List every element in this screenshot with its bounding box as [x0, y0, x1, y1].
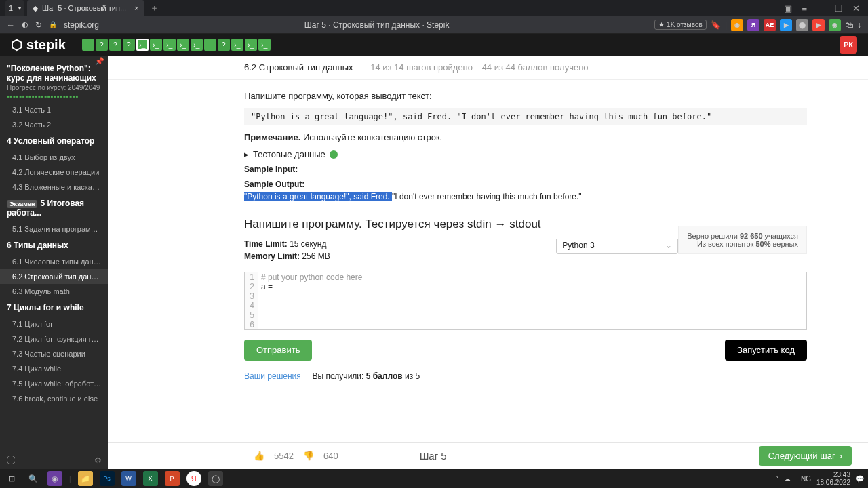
minimize-icon[interactable]: ― — [816, 3, 825, 14]
sidebar-item[interactable]: 7.2 Цикл for: функция range — [0, 331, 108, 346]
tray-chevron-icon[interactable]: ˄ — [775, 475, 778, 483]
step-tile[interactable]: ? — [218, 39, 230, 51]
stepik-logo[interactable]: ⬡ stepik — [11, 37, 66, 53]
step-tile[interactable]: ›_ — [231, 39, 243, 51]
logo-icon: ⬡ — [11, 37, 22, 53]
ext-icon-4[interactable]: ▶ — [780, 19, 792, 31]
thumbs-up-icon[interactable]: 👍 — [254, 451, 264, 461]
photoshop-icon[interactable]: Ps — [100, 471, 115, 486]
chevron-down-icon: ⌄ — [665, 241, 672, 250]
profile-avatar[interactable]: РК — [840, 36, 857, 54]
solve-stats: Верно решили 92 650 учащихся Из всех поп… — [678, 226, 807, 254]
tab-title: Шаг 5 · Строковый тип... — [42, 4, 126, 12]
progress-dots: ■■■■■■■■■■■■■■■■■■■■■■■ — [0, 94, 108, 102]
excel-icon[interactable]: X — [143, 471, 158, 486]
cart-icon[interactable]: 🛍 — [845, 20, 853, 30]
next-step-button[interactable]: Следующий шаг › — [759, 446, 852, 466]
task-intro: Напишите программу, которая выводит текс… — [244, 91, 807, 101]
close-window-icon[interactable]: ✕ — [852, 3, 860, 14]
lock-icon: 🔒 — [49, 21, 57, 28]
language-select[interactable]: Python 3 ⌄ — [556, 239, 678, 254]
thumbs-down-icon[interactable]: 👎 — [303, 451, 314, 461]
back-icon[interactable]: ← — [7, 20, 15, 30]
sidebar-item[interactable]: 3.2 Часть 2 — [0, 117, 108, 132]
step-tiles: ? ? ? ›_ ›_ ›_ ›_ ›_ ? ›_ ›_ ›_ — [82, 39, 271, 51]
step-tile[interactable]: ? — [109, 39, 121, 51]
tab-counter[interactable]: 1▾ — [5, 0, 24, 16]
sidebar-section[interactable]: 4 Условный оператор — [0, 132, 108, 150]
sidebar-item[interactable]: 4.2 Логические операции — [0, 165, 108, 180]
sidebar-section[interactable]: 7 Циклы for и while — [0, 299, 108, 317]
maximize-icon[interactable]: ❐ — [835, 3, 843, 14]
course-progress: Прогресс по курсу: 2049/2049 — [0, 84, 108, 94]
sidebar-item[interactable]: 6.1 Числовые типы данны... — [0, 254, 108, 269]
menu-icon[interactable]: ≡ — [802, 3, 807, 14]
sidebar-section[interactable]: 6 Типы данных — [0, 237, 108, 254]
ext-icon-3[interactable]: AE — [764, 19, 776, 31]
sidebar-item-active[interactable]: 6.2 Строковый тип данных — [0, 269, 108, 284]
taskbar-app-1[interactable]: ◉ — [47, 471, 62, 486]
step-tile[interactable]: ›_ — [177, 39, 189, 51]
step-tile-active[interactable]: ›_ — [136, 39, 149, 51]
word-icon[interactable]: W — [121, 471, 136, 486]
panel-icon[interactable]: ▣ — [784, 3, 792, 14]
sidebar-item[interactable]: 7.3 Частые сценарии — [0, 346, 108, 361]
sidebar-item[interactable]: 7.5 Цикл while: обработка ... — [0, 376, 108, 391]
sidebar-section-exam[interactable]: Экзамен5 Итоговая работа... — [0, 195, 108, 222]
step-indicator: Шаг 5 — [420, 450, 447, 462]
sample-output-value[interactable]: "Python is a great language!", said Fred… — [244, 192, 807, 201]
step-tile[interactable]: ›_ — [245, 39, 257, 51]
browser-tab[interactable]: ◆ Шаг 5 · Строковый тип... × — [27, 0, 144, 16]
test-data-toggle[interactable]: ▸ Тестовые данные — [244, 149, 807, 159]
settings-icon[interactable]: ⚙ — [94, 455, 102, 465]
submit-button[interactable]: Отправить — [244, 340, 312, 361]
reviews-badge[interactable]: ★ 1K отзывов — [654, 20, 707, 30]
bookmark-icon[interactable]: 🔖 — [711, 20, 721, 30]
ext-icon-2[interactable]: Я — [747, 19, 760, 31]
start-icon[interactable]: ⊞ — [4, 471, 19, 486]
clock-date[interactable]: 18.06.2022 — [816, 479, 850, 486]
step-tile[interactable]: ? — [96, 39, 108, 51]
search-icon[interactable]: 🔍 — [26, 471, 41, 486]
clock-time[interactable]: 23:43 — [816, 471, 850, 479]
step-tile[interactable]: ? — [123, 39, 135, 51]
sidebar-item[interactable]: 4.3 Вложенные и каскадн... — [0, 180, 108, 195]
fullscreen-icon[interactable]: ⛶ — [7, 455, 15, 465]
step-tile[interactable]: ›_ — [258, 39, 271, 51]
url-host[interactable]: stepik.org — [64, 20, 99, 30]
sidebar-item[interactable]: 7.4 Цикл while — [0, 361, 108, 376]
ext-icon-7[interactable]: ◉ — [829, 19, 841, 31]
download-icon[interactable]: ↓ — [857, 20, 861, 30]
sidebar-item[interactable]: 6.3 Модуль math — [0, 284, 108, 299]
powerpoint-icon[interactable]: P — [165, 471, 180, 486]
keyboard-lang[interactable]: ENG — [796, 475, 811, 483]
explorer-icon[interactable]: 📁 — [78, 471, 93, 486]
step-tile[interactable]: ›_ — [191, 39, 203, 51]
sidebar-item[interactable]: 7.1 Цикл for — [0, 317, 108, 331]
sidebar-item[interactable]: 7.6 break, continue и else — [0, 391, 108, 406]
ext-icon-6[interactable]: ▶ — [812, 19, 825, 31]
yandex-icon[interactable]: Я — [186, 471, 201, 486]
sidebar-item[interactable]: 4.1 Выбор из двух — [0, 150, 108, 165]
sidebar-item[interactable]: 3.1 Часть 1 — [0, 102, 108, 117]
ext-icon-1[interactable]: ◉ — [731, 19, 743, 31]
pin-icon[interactable]: 📌 — [95, 57, 104, 66]
step-tile[interactable] — [82, 39, 94, 51]
ext-icon-5[interactable]: ⬤ — [796, 19, 808, 31]
caret-icon: ▸ — [244, 149, 249, 159]
step-tile[interactable]: ›_ — [150, 39, 162, 51]
notifications-icon[interactable]: 💬 — [856, 475, 864, 483]
sidebar-item[interactable]: 5.1 Задачи на программир... — [0, 222, 108, 237]
obs-icon[interactable]: ◯ — [208, 471, 223, 486]
code-editor[interactable]: 1# put your python code here 2a = 3 4 5 … — [244, 272, 807, 330]
new-tab-button[interactable]: ＋ — [150, 2, 159, 14]
your-solutions-link[interactable]: Ваши решения — [244, 371, 301, 381]
close-icon[interactable]: × — [134, 4, 138, 12]
step-tile[interactable]: ›_ — [163, 39, 176, 51]
step-tile[interactable] — [204, 39, 216, 51]
reload-icon[interactable]: ↻ — [35, 20, 42, 30]
run-button[interactable]: Запустить код — [725, 340, 807, 361]
cloud-icon[interactable]: ☁ — [784, 475, 791, 483]
steps-progress: 14 из 14 шагов пройдено — [370, 62, 473, 73]
shield-icon[interactable]: ◐ — [22, 20, 28, 29]
